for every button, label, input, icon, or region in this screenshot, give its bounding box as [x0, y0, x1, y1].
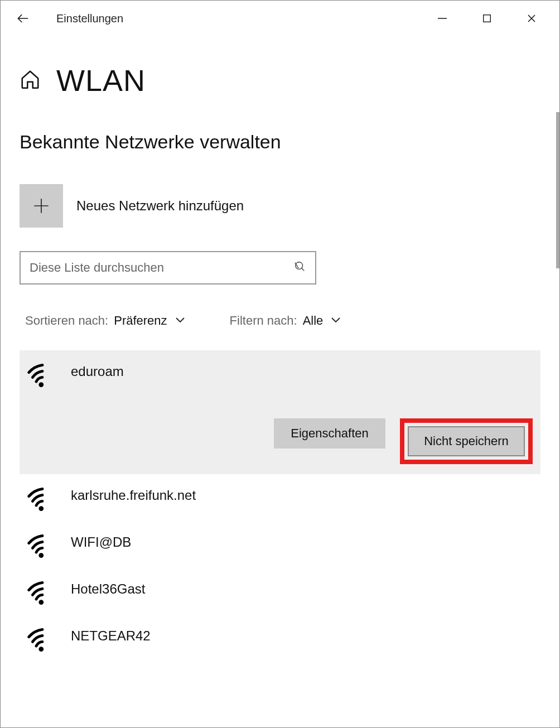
page-header: WLAN [20, 63, 540, 98]
wifi-icon [27, 627, 57, 652]
close-button[interactable] [520, 7, 543, 30]
arrow-left-icon [16, 11, 30, 26]
chevron-down-icon [331, 316, 341, 326]
network-actions: EigenschaftenNicht speichern [27, 418, 533, 464]
add-network-tile[interactable] [20, 184, 63, 228]
network-item[interactable]: NETGEAR42 [20, 615, 540, 662]
filter-dropdown[interactable]: Filtern nach: Alle [230, 314, 341, 328]
content: WLAN Bekannte Netzwerke verwalten Neues … [1, 63, 559, 662]
add-network-row[interactable]: Neues Netzwerk hinzufügen [20, 184, 540, 228]
filter-bar: Sortieren nach: Präferenz Filtern nach: … [20, 314, 540, 328]
home-icon[interactable] [20, 69, 41, 92]
svg-rect-1 [484, 15, 491, 22]
properties-button[interactable]: Eigenschaften [274, 418, 385, 449]
close-icon [526, 13, 537, 24]
network-item[interactable]: eduroamEigenschaftenNicht speichern [20, 350, 540, 474]
sort-dropdown[interactable]: Sortieren nach: Präferenz [25, 314, 185, 328]
network-item[interactable]: karlsruhe.freifunk.net [20, 474, 540, 521]
maximize-button[interactable] [476, 7, 498, 30]
wifi-icon [27, 486, 57, 511]
minimize-icon [437, 13, 448, 24]
network-name: WIFI@DB [71, 533, 131, 550]
svg-point-5 [38, 506, 44, 511]
network-list: eduroamEigenschaftenNicht speichernkarls… [20, 350, 540, 662]
svg-point-4 [38, 382, 44, 387]
app-title: Einstellungen [56, 12, 431, 25]
svg-point-7 [38, 600, 44, 605]
search-input[interactable] [30, 261, 294, 275]
forget-highlight: Nicht speichern [400, 418, 533, 464]
scrollbar[interactable] [556, 112, 559, 268]
section-title: Bekannte Netzwerke verwalten [20, 131, 540, 153]
add-network-label: Neues Netzwerk hinzufügen [76, 198, 244, 214]
wifi-icon [27, 363, 57, 387]
wifi-icon [27, 533, 57, 558]
search-box[interactable] [20, 251, 316, 285]
network-item[interactable]: Hotel36Gast [20, 568, 540, 615]
titlebar: Einstellungen [1, 1, 559, 36]
minimize-button[interactable] [431, 7, 453, 30]
chevron-down-icon [175, 316, 185, 326]
network-item[interactable]: WIFI@DB [20, 521, 540, 568]
filter-label: Filtern nach: [230, 314, 297, 328]
sort-value: Präferenz [114, 314, 167, 328]
network-name: eduroam [71, 363, 124, 379]
window-controls [431, 7, 543, 30]
network-name: Hotel36Gast [71, 580, 145, 597]
page-title: WLAN [56, 63, 146, 98]
svg-point-6 [38, 553, 44, 558]
svg-point-8 [38, 647, 44, 652]
network-name: karlsruhe.freifunk.net [71, 486, 196, 503]
sort-label: Sortieren nach: [25, 314, 108, 328]
wifi-icon [27, 580, 57, 605]
maximize-icon [482, 13, 492, 23]
plus-icon [32, 196, 51, 215]
network-name: NETGEAR42 [71, 627, 151, 644]
search-icon [294, 261, 306, 275]
back-button[interactable] [12, 7, 34, 30]
filter-value: Alle [303, 314, 324, 328]
forget-button[interactable]: Nicht speichern [408, 426, 525, 456]
